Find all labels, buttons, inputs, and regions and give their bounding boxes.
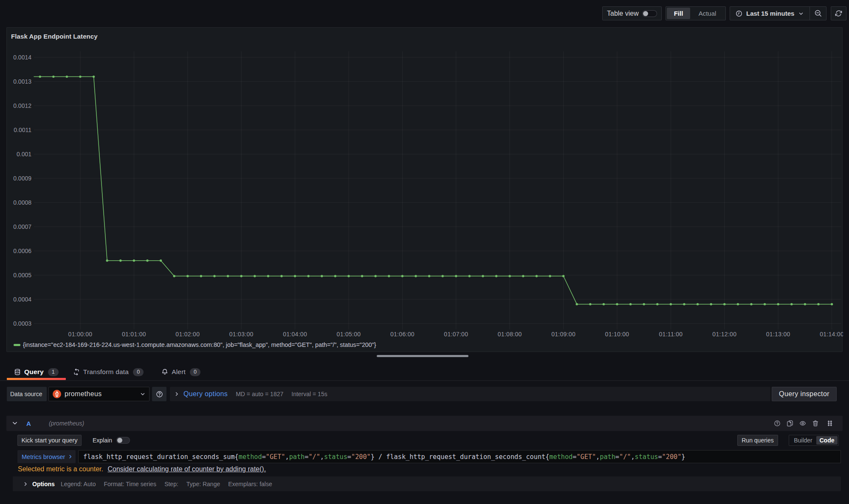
counter-warning: Selected metric is a counter. Consider c… — [18, 465, 266, 473]
explain-toggle[interactable] — [116, 437, 130, 444]
svg-text:01:13:00: 01:13:00 — [766, 331, 790, 338]
fill-option[interactable]: Fill — [667, 8, 690, 19]
query-row-actions — [774, 416, 833, 431]
collapse-chevron-icon[interactable] — [12, 420, 18, 426]
svg-text:01:07:00: 01:07:00 — [444, 331, 468, 338]
svg-text:01:14:00: 01:14:00 — [820, 331, 843, 338]
tab-transform-data[interactable]: Transform data 0 — [66, 363, 151, 381]
tab-alert-label: Alert — [172, 368, 186, 376]
option-legend: Legend: Auto — [61, 481, 96, 487]
query-help-button[interactable] — [774, 417, 781, 430]
question-circle-icon — [156, 391, 163, 398]
kick-start-query-button[interactable]: Kick start your query — [17, 435, 82, 446]
query-row-header[interactable]: A (prometheus) — [6, 416, 843, 431]
tab-query[interactable]: Query 1 — [7, 363, 66, 381]
tab-transform-count: 0 — [133, 368, 144, 376]
svg-text:01:02:00: 01:02:00 — [175, 331, 200, 338]
svg-text:0.0012: 0.0012 — [13, 102, 31, 109]
svg-text:01:06:00: 01:06:00 — [390, 331, 415, 338]
warning-text: Selected metric is a counter. — [18, 465, 103, 473]
metrics-browser-button[interactable]: Metrics browser — [17, 450, 76, 463]
duplicate-query-button[interactable] — [787, 417, 793, 430]
option-exemplars: Exemplars: false — [228, 481, 272, 487]
angle-right-icon — [174, 391, 179, 397]
svg-text:0.0007: 0.0007 — [13, 223, 31, 230]
zoom-out-button[interactable] — [810, 7, 826, 20]
svg-text:0.0011: 0.0011 — [14, 127, 31, 133]
promql-editor[interactable]: flask_http_request_duration_seconds_sum{… — [78, 450, 841, 463]
clock-icon — [736, 10, 742, 17]
query-options-collapsed[interactable]: Options Legend: Auto Format: Time series… — [13, 476, 841, 491]
tab-alert[interactable]: Alert 0 — [151, 363, 208, 381]
bell-icon — [161, 369, 168, 375]
svg-text:01:05:00: 01:05:00 — [337, 331, 361, 338]
svg-text:0.0013: 0.0013 — [13, 78, 31, 85]
builder-code-switch: Builder Code — [789, 435, 839, 446]
legend-item[interactable]: {instance="ec2-184-169-216-224.us-west-1… — [14, 341, 376, 348]
disable-query-eye-button[interactable] — [799, 417, 806, 430]
actual-option[interactable]: Actual — [690, 8, 725, 19]
promql-expression: flask_http_request_duration_seconds_sum{… — [83, 453, 685, 461]
query-options-md: MD = auto = 1827 — [236, 391, 283, 397]
refresh-button[interactable] — [831, 6, 846, 20]
options-label: Options — [32, 481, 55, 487]
table-view-control[interactable]: Table view — [602, 6, 662, 20]
delete-query-button[interactable] — [812, 417, 819, 430]
pane-resize-handle[interactable] — [377, 355, 468, 357]
angle-right-icon — [68, 454, 73, 459]
explain-label: Explain — [93, 437, 112, 444]
time-range-label: Last 15 minutes — [746, 10, 794, 17]
code-option[interactable]: Code — [816, 436, 838, 445]
zoom-out-icon — [814, 9, 822, 17]
option-step: Step: — [164, 481, 178, 487]
svg-text:01:10:00: 01:10:00 — [605, 331, 629, 338]
svg-text:01:04:00: 01:04:00 — [283, 331, 307, 338]
angle-right-icon — [23, 481, 28, 487]
warning-rate-link[interactable]: Consider calculating rate of counter by … — [107, 465, 266, 473]
datasource-value: prometheus — [65, 390, 140, 398]
datasource-label: Data source — [7, 387, 47, 401]
svg-text:0.0008: 0.0008 — [13, 199, 31, 206]
chart-panel: Flask App Endpoint Latency 0.00140.00130… — [6, 27, 843, 352]
svg-text:01:12:00: 01:12:00 — [712, 331, 736, 338]
refresh-icon — [835, 10, 842, 17]
svg-text:01:11:00: 01:11:00 — [659, 331, 683, 338]
fill-actual-group: Fill Actual — [666, 6, 726, 20]
svg-text:0.0005: 0.0005 — [13, 272, 31, 279]
query-options-link[interactable]: Query options — [183, 390, 228, 398]
tab-query-label: Query — [24, 368, 44, 376]
latency-chart: 0.00140.00130.00120.00110.0010.00090.000… — [7, 28, 843, 352]
chevron-down-icon — [140, 391, 145, 397]
query-ref-id: A — [26, 420, 31, 427]
query-inspector-button[interactable]: Query inspector — [772, 387, 837, 401]
svg-text:0.0009: 0.0009 — [13, 175, 31, 182]
tab-alert-count: 0 — [190, 368, 200, 376]
process-icon — [73, 369, 80, 375]
toggle-knob — [643, 11, 648, 16]
time-controls-group: Last 15 minutes — [730, 6, 826, 20]
database-icon — [14, 369, 21, 375]
table-view-label: Table view — [607, 10, 639, 17]
svg-text:0.0004: 0.0004 — [13, 296, 31, 303]
time-range-picker[interactable]: Last 15 minutes — [730, 7, 810, 20]
svg-text:0.0014: 0.0014 — [13, 54, 31, 61]
series-label: {instance="ec2-184-169-216-224.us-west-1… — [23, 341, 376, 348]
drag-handle[interactable] — [826, 417, 833, 430]
svg-text:01:00:00: 01:00:00 — [68, 331, 93, 338]
builder-option[interactable]: Builder — [790, 436, 816, 445]
svg-text:01:01:00: 01:01:00 — [122, 331, 146, 338]
svg-text:0.0006: 0.0006 — [13, 248, 31, 254]
query-options-strip[interactable]: Query options MD = auto = 1827 Interval … — [170, 387, 770, 401]
explain-control: Explain — [93, 435, 130, 446]
option-type: Type: Range — [186, 481, 220, 487]
option-format: Format: Time series — [104, 481, 156, 487]
toggle-knob — [117, 438, 122, 443]
query-datasource-hint: (prometheus) — [49, 420, 84, 427]
datasource-help-button[interactable] — [152, 387, 166, 401]
datasource-picker[interactable]: prometheus — [48, 387, 149, 401]
editor-tabbar: Query 1 Transform data 0 Alert 0 — [0, 363, 849, 381]
metrics-browser-label: Metrics browser — [22, 453, 65, 460]
svg-text:01:08:00: 01:08:00 — [498, 331, 522, 338]
run-queries-button[interactable]: Run queries — [737, 435, 778, 446]
table-view-toggle[interactable] — [642, 10, 657, 17]
